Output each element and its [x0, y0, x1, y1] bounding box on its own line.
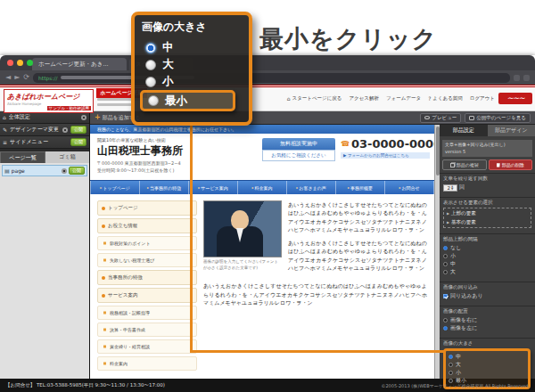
stepper-icon[interactable]: ▲▼	[451, 185, 453, 191]
spacing-option-small[interactable]: 小	[443, 252, 531, 260]
gear-icon[interactable]	[62, 127, 68, 133]
consult-badge: 無料相談実施中	[262, 138, 335, 150]
element-basic-toggle[interactable]: ▶基本の要素	[447, 219, 528, 225]
sidebar-item-side-menu[interactable]: ≡ サイドメニュー 公開	[0, 136, 89, 149]
radio-icon[interactable]	[449, 355, 453, 359]
spacing-option-large[interactable]: 大	[443, 268, 531, 276]
callout-option-large[interactable]: 大	[145, 56, 242, 73]
publish-button[interactable]: 公開	[70, 138, 86, 146]
callout-option-medium[interactable]: 中	[145, 39, 242, 56]
close-window-icon[interactable]	[7, 60, 13, 66]
tab-page-list[interactable]: ページ一覧	[0, 151, 45, 163]
consult-sub: お気軽にご相談ください	[262, 150, 335, 161]
nav-item-top[interactable]: ▸トップページ	[90, 181, 140, 194]
form-link[interactable]: ▶ フォームからのお問合せはこちら	[341, 152, 430, 159]
menu-faq[interactable]: ?よくある質問	[428, 95, 463, 102]
preview-button[interactable]: プレビュー	[420, 113, 461, 123]
element-top-toggle[interactable]: ▶上部の要素	[447, 210, 528, 216]
menu-item[interactable]: 決算・申告書作成	[97, 323, 197, 337]
menu-item[interactable]: 税務相談・記帳指導	[97, 306, 197, 320]
delete-part-button[interactable]: 部品の削除	[489, 159, 533, 170]
menu-access-analytics[interactable]: アクセス解析	[349, 95, 379, 102]
menu-item[interactable]: 料金案内	[97, 356, 197, 371]
nav-item-pricing[interactable]: ▸料金案内	[238, 181, 287, 194]
menu-item[interactable]: トップページ	[97, 200, 197, 216]
cms-main: + 部品を追加する プレビュー 公開中のページを見る	[90, 111, 535, 379]
gear-icon[interactable]	[81, 115, 86, 120]
menu-item[interactable]: 資金繰り・経営相談	[97, 339, 197, 354]
scrollbar-thumb[interactable]	[436, 127, 440, 176]
sidebar-item-global-settings[interactable]: ⌂ 全体設定	[0, 111, 89, 124]
logo-title: あきばれホームページ	[7, 92, 90, 102]
bullet-icon: ▸	[348, 185, 350, 190]
sidebar-item-design-theme[interactable]: ✎ デザインテーマ変更 公開	[0, 124, 89, 136]
radio-icon[interactable]	[443, 326, 448, 331]
menu-form-data[interactable]: フォームデータ	[386, 95, 421, 102]
radio-icon[interactable]	[443, 262, 448, 266]
radio-icon[interactable]	[443, 246, 448, 250]
window-controls[interactable]	[7, 60, 33, 66]
nav-item-voices[interactable]: ▸お客さまの声	[287, 181, 336, 194]
radio-icon[interactable]	[443, 254, 448, 258]
nav-item-about[interactable]: ▸事務所概要	[336, 181, 385, 194]
radio-icon[interactable]	[145, 77, 156, 87]
callout-option-minimum[interactable]: 最小	[140, 90, 235, 111]
spacing-option-none[interactable]: なし	[443, 244, 531, 252]
callout-title: 画像の大きさ	[142, 20, 242, 35]
zoom-window-icon[interactable]	[27, 60, 33, 66]
gear-icon[interactable]	[62, 168, 67, 174]
list-icon: ≡	[3, 140, 7, 145]
portrait-photo	[203, 200, 282, 257]
spacing-section: 部品上部の間隔 なし 小 中 大	[440, 233, 535, 279]
publish-button[interactable]: 公開	[70, 126, 86, 134]
view-published-button[interactable]: 公開中のページを見る	[465, 113, 531, 123]
address-bar[interactable]: https://	[33, 73, 510, 83]
radio-icon[interactable]	[449, 363, 453, 367]
menu-item[interactable]: 失敗しない税理士選び	[97, 253, 197, 267]
tab-part-design[interactable]: 部品デザイン	[488, 125, 535, 136]
position-option-right[interactable]: 画像を右に	[443, 316, 531, 324]
position-option-left[interactable]: 画像を左に	[443, 324, 531, 332]
radio-icon[interactable]	[145, 60, 156, 70]
menu-start-page[interactable]: ⌂スタートページに戻る	[287, 95, 342, 102]
menu-item[interactable]: お役立ち情報	[97, 218, 197, 233]
radio-icon[interactable]	[443, 270, 448, 274]
image-size-label: 画像の大きさ	[443, 340, 531, 347]
menu-item[interactable]: サービス案内	[97, 288, 197, 303]
sample-paragraph: あいうえおかきくけこさしすせそたちつてとなにぬねのはひふへほまみむめもやゃゆゅよ…	[203, 277, 427, 306]
duplicate-part-button[interactable]: 部品の複製	[442, 159, 487, 170]
menu-logout[interactable]: ログアウト	[470, 95, 495, 102]
forward-icon[interactable]: ►	[14, 74, 20, 81]
browser-menu-icon[interactable]	[523, 75, 530, 81]
menu-item[interactable]: 当事務所の特徴	[97, 270, 197, 285]
callout-option-small[interactable]: 小	[145, 73, 242, 90]
size-option-medium[interactable]: 中	[449, 353, 525, 361]
refresh-icon[interactable]: ⟳	[23, 74, 29, 81]
part-settings-panel: 部品設定 部品デザイン 文章+画像+回り込み(見出し) version 5 部品…	[440, 125, 535, 379]
page-list-item[interactable]: ▤ page 公開	[2, 165, 87, 176]
radio-icon[interactable]	[443, 318, 448, 323]
nav-item-services[interactable]: ▸サービス案内	[189, 181, 238, 194]
minimize-window-icon[interactable]	[17, 60, 23, 66]
extension-icon[interactable]	[514, 75, 520, 81]
tab-trash[interactable]: ゴミ箱	[45, 151, 89, 163]
size-option-small[interactable]: 小	[449, 369, 525, 377]
size-option-large[interactable]: 大	[449, 361, 525, 369]
tab-part-settings[interactable]: 部品設定	[440, 125, 488, 136]
back-icon[interactable]: ◄	[5, 74, 11, 81]
menu-item[interactable]: 節税対策のポイント	[97, 236, 197, 250]
repeat-count-input[interactable]: 2 ▲▼	[443, 184, 457, 192]
callout-connector-horizontal	[190, 350, 445, 353]
nav-item-features[interactable]: ▸当事務所の特徴	[140, 181, 189, 194]
nav-item-contact[interactable]: ▸お問合せ	[385, 181, 434, 194]
browser-tab-active[interactable]: ホームページ更新・あき...	[32, 58, 127, 70]
spacing-option-medium[interactable]: 中	[443, 260, 531, 268]
publish-button[interactable]: 公開	[69, 167, 85, 175]
wrap-option[interactable]: 回り込みあり	[443, 292, 531, 300]
checkbox-icon[interactable]	[443, 294, 448, 298]
site-hours: 受付時間:9:00〜17:00(土日祝を除く)	[97, 167, 174, 173]
radio-icon[interactable]	[148, 95, 159, 106]
radio-icon[interactable]	[449, 371, 453, 375]
cms-body: ⌂ 全体設定 ✎ デザインテーマ変更 公開 ≡ サイドメニュー 公開 ページ一覧	[0, 111, 535, 379]
radio-icon[interactable]	[145, 43, 156, 53]
